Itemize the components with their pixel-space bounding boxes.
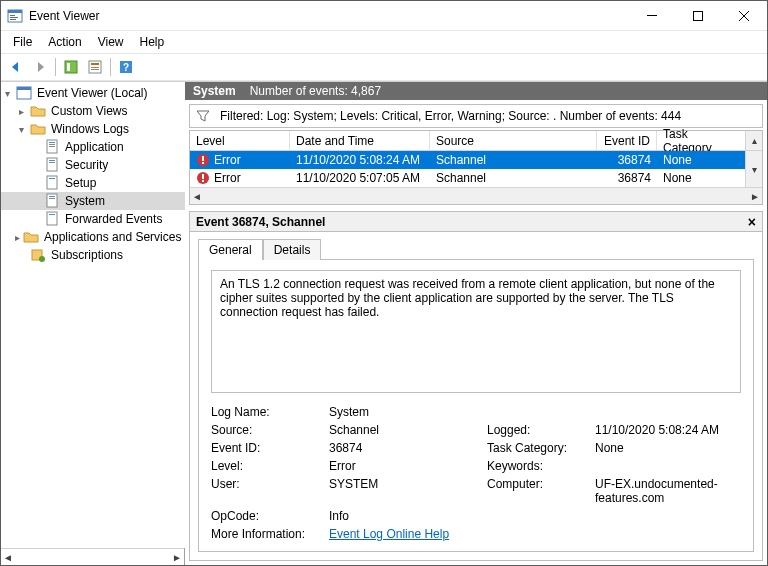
- svg-rect-21: [49, 144, 55, 145]
- label-task-category: Task Category:: [487, 441, 587, 455]
- svg-rect-39: [202, 174, 204, 179]
- subscriptions-icon: [30, 247, 46, 263]
- svg-rect-5: [647, 15, 657, 16]
- event-message[interactable]: An TLS 1.2 connection request was receiv…: [211, 270, 741, 393]
- svg-rect-27: [49, 178, 55, 179]
- app-icon: [7, 8, 23, 24]
- table-horizontal-scrollbar[interactable]: ◄ ►: [190, 187, 762, 204]
- menu-help[interactable]: Help: [132, 33, 173, 51]
- tree-system[interactable]: System: [1, 192, 185, 210]
- svg-rect-13: [91, 67, 99, 68]
- tree-application[interactable]: Application: [1, 138, 185, 156]
- folder-icon: [30, 103, 46, 119]
- maximize-button[interactable]: [675, 1, 721, 30]
- scroll-down-icon[interactable]: ▾: [745, 151, 762, 187]
- svg-rect-22: [49, 146, 55, 147]
- event-viewer-icon: [16, 85, 32, 101]
- svg-rect-24: [49, 160, 55, 161]
- filter-text: Filtered: Log: System; Levels: Critical,…: [220, 109, 681, 123]
- tree-horizontal-scrollbar[interactable]: ◄ ►: [1, 548, 184, 565]
- event-count: Number of events: 4,867: [250, 84, 381, 98]
- menu-file[interactable]: File: [5, 33, 40, 51]
- svg-rect-26: [47, 176, 57, 189]
- svg-rect-37: [202, 162, 204, 164]
- log-icon: [44, 211, 60, 227]
- forward-button[interactable]: [29, 56, 51, 78]
- titlebar: Event Viewer: [1, 1, 767, 31]
- tree-windows-logs[interactable]: ▾ Windows Logs: [1, 120, 185, 138]
- svg-rect-6: [694, 11, 703, 20]
- tab-general-content: An TLS 1.2 connection request was receiv…: [198, 259, 754, 552]
- chevron-right-icon[interactable]: ▸: [15, 232, 20, 243]
- svg-rect-9: [65, 61, 77, 73]
- tree-subscriptions[interactable]: Subscriptions: [1, 246, 185, 264]
- scroll-left-icon[interactable]: ◄: [192, 191, 202, 202]
- tree-forwarded-events[interactable]: Forwarded Events: [1, 210, 185, 228]
- svg-rect-23: [47, 158, 57, 171]
- log-icon: [44, 139, 60, 155]
- svg-point-34: [39, 256, 45, 262]
- show-hide-tree-button[interactable]: [60, 56, 82, 78]
- col-date[interactable]: Date and Time: [290, 131, 430, 150]
- section-name: System: [193, 84, 236, 98]
- svg-rect-20: [49, 142, 55, 143]
- svg-rect-14: [91, 69, 99, 70]
- error-icon: [196, 153, 210, 167]
- label-event-id: Event ID:: [211, 441, 321, 455]
- minimize-button[interactable]: [629, 1, 675, 30]
- tree-root[interactable]: ▾ Event Viewer (Local): [1, 84, 185, 102]
- navigation-tree[interactable]: ▾ Event Viewer (Local) ▸ Custom Views ▾ …: [1, 82, 185, 548]
- tree-security[interactable]: Security: [1, 156, 185, 174]
- table-row[interactable]: Error 11/10/2020 5:07:05 AM Schannel 368…: [190, 169, 745, 187]
- svg-rect-1: [8, 10, 22, 13]
- col-source[interactable]: Source: [430, 131, 597, 150]
- svg-rect-30: [49, 198, 55, 199]
- events-table: Level Date and Time Source Event ID Task…: [189, 130, 763, 205]
- section-header: System Number of events: 4,867: [185, 82, 767, 100]
- detail-title: Event 36874, Schannel: [196, 215, 325, 229]
- col-event-id[interactable]: Event ID: [597, 131, 657, 150]
- label-logged: Logged:: [487, 423, 587, 437]
- detail-close-button[interactable]: ×: [748, 214, 756, 230]
- back-button[interactable]: [5, 56, 27, 78]
- tab-general[interactable]: General: [198, 239, 263, 260]
- label-source: Source:: [211, 423, 321, 437]
- label-keywords: Keywords:: [487, 459, 587, 473]
- menu-action[interactable]: Action: [40, 33, 89, 51]
- close-button[interactable]: [721, 1, 767, 30]
- value-computer: UF-EX.undocumented-features.com: [595, 477, 741, 505]
- svg-rect-29: [49, 196, 55, 197]
- scroll-right-icon[interactable]: ►: [750, 191, 760, 202]
- scroll-right-icon[interactable]: ►: [172, 552, 182, 563]
- event-detail-panel: Event 36874, Schannel × General Details …: [189, 211, 763, 561]
- chevron-down-icon[interactable]: ▾: [15, 124, 27, 135]
- value-source: Schannel: [329, 423, 479, 437]
- value-task-category: None: [595, 441, 741, 455]
- event-log-online-help-link[interactable]: Event Log Online Help: [329, 527, 449, 541]
- error-icon: [196, 171, 210, 185]
- table-header: Level Date and Time Source Event ID Task…: [190, 131, 762, 151]
- svg-rect-32: [49, 214, 55, 215]
- chevron-right-icon[interactable]: ▸: [15, 106, 27, 117]
- tree-apps-services-logs[interactable]: ▸ Applications and Services Lo: [1, 228, 185, 246]
- col-level[interactable]: Level: [190, 131, 290, 150]
- log-icon: [44, 157, 60, 173]
- table-row[interactable]: Error 11/10/2020 5:08:24 AM Schannel 368…: [190, 151, 745, 169]
- scroll-left-icon[interactable]: ◄: [3, 552, 13, 563]
- log-icon: [44, 193, 60, 209]
- col-task-category[interactable]: Task Category: [657, 131, 745, 150]
- tree-setup[interactable]: Setup: [1, 174, 185, 192]
- main-panel: System Number of events: 4,867 Filtered:…: [185, 82, 767, 565]
- menu-view[interactable]: View: [90, 33, 132, 51]
- detail-header: Event 36874, Schannel ×: [190, 212, 762, 232]
- tab-details[interactable]: Details: [263, 239, 322, 260]
- toolbar-separator: [55, 58, 56, 76]
- help-button[interactable]: ?: [115, 56, 137, 78]
- svg-rect-12: [91, 63, 99, 65]
- chevron-down-icon[interactable]: ▾: [1, 88, 13, 99]
- properties-button[interactable]: [84, 56, 106, 78]
- tree-custom-views[interactable]: ▸ Custom Views: [1, 102, 185, 120]
- scroll-up-icon[interactable]: ▴: [745, 131, 762, 150]
- svg-rect-28: [47, 194, 57, 207]
- event-properties: Log Name: System Source: Schannel Logged…: [211, 405, 741, 541]
